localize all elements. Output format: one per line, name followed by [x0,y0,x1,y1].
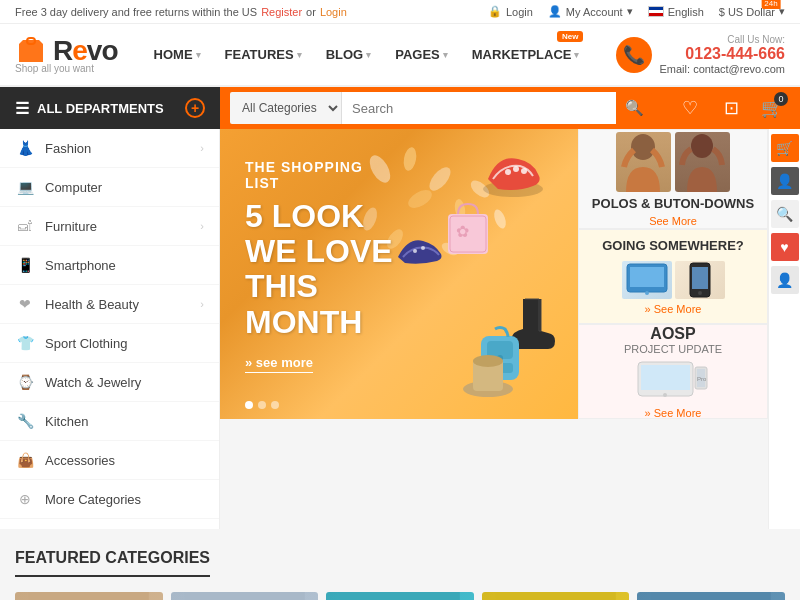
men-fashion-card-svg [637,592,785,600]
sidebar-item-watch-jewelry[interactable]: ⌚ Watch & Jewelry [0,363,219,402]
svg-point-31 [645,291,649,295]
page-body: 👗 Fashion › 💻 Computer 🛋 Furniture › 📱 S… [0,129,800,529]
sidebar-item-fashion[interactable]: 👗 Fashion › [0,129,219,168]
hero-title: 5 LOOK WE LOVE THIS MONTH [245,199,395,340]
fr-user-icon[interactable]: 👤 [771,167,799,195]
flag-icon [648,6,664,17]
panel-going-title: GOING SOMEWHERE? [587,238,759,253]
svg-rect-48 [184,592,304,600]
all-departments-label: ALL DEPARTMENTS [37,101,164,116]
hero-banner: ✿ [220,129,578,419]
ipad-svg: Pro [633,359,713,399]
fr-cart-icon[interactable]: 🛒 [771,134,799,162]
person-silhouette-1 [616,132,671,192]
sidebar-watch-jewelry-label: Watch & Jewelry [45,375,141,390]
arrow-right-icon: › [200,298,204,310]
search-button[interactable]: 🔍 [616,92,652,124]
contact-info: 📞 24h Call Us Now: 0123-444-666 Email: c… [616,34,786,75]
sidebar-accessories-label: Accessories [45,453,115,468]
fr-heart-icon[interactable]: ♥ [771,233,799,261]
watch-jewelry-icon: ⌚ [15,372,35,392]
fr-person-icon[interactable]: 👤 [771,266,799,294]
compare-button[interactable]: ⊡ [713,90,749,126]
sidebar-health-beauty-label: Health & Beauty [45,297,139,312]
tablet-svg [622,261,672,299]
my-account-button[interactable]: 👤 My Account ▾ [548,5,633,18]
featured-card-text-design[interactable]: Air Flex [482,592,630,600]
featured-card-watches[interactable] [15,592,163,600]
svg-point-26 [473,355,503,367]
sidebar-computer-label: Computer [45,180,102,195]
sidebar-item-smartphone[interactable]: 📱 Smartphone [0,246,219,285]
text-design-card-svg: Air Flex [482,592,630,600]
right-panels: POLOS & BUTON-DOWNS See More GOING SOMEW… [578,129,768,529]
kitchen-icon: 🔧 [15,411,35,431]
plus-icon: + [185,98,205,118]
panel-polos-title: POLOS & BUTON-DOWNS [592,196,754,211]
panel-polos: POLOS & BUTON-DOWNS See More [578,129,768,229]
wishlist-button[interactable]: ♡ [672,90,708,126]
login-button[interactable]: 🔒 Login [488,5,533,18]
new-badge: New [557,31,583,42]
nav-blog[interactable]: BLOG ▾ [314,39,384,70]
accessories-icon: 👜 [15,450,35,470]
search-icon: 🔍 [625,99,644,117]
register-link[interactable]: Register [261,6,302,18]
sidebar-more-categories-label: More Categories [45,492,141,507]
language-selector[interactable]: English [648,6,704,18]
phone-icon: 📞 24h [616,37,652,73]
nav-features[interactable]: FEATURES ▾ [213,39,314,70]
logo[interactable]: Revo Shop all you want [15,35,118,74]
svg-rect-41 [29,592,149,600]
sidebar-item-health-beauty[interactable]: ❤ Health & Beauty › [0,285,219,324]
hero-subtitle: THE SHOPPING LIST [245,159,395,191]
sidebar-item-sport-clothing[interactable]: 👕 Sport Clothing [0,324,219,363]
panel-going-link[interactable]: » See More [587,303,759,315]
sidebar-item-accessories[interactable]: 👜 Accessories [0,441,219,480]
phone-image [675,261,725,299]
sidebar-item-computer[interactable]: 💻 Computer [0,168,219,207]
all-departments-button[interactable]: ☰ ALL DEPARTMENTS + [0,87,220,129]
svg-point-23 [421,246,425,250]
nav-home[interactable]: HOME ▾ [142,39,213,70]
panel-aosp-link[interactable]: » See More [587,407,759,419]
svg-rect-53 [496,592,616,600]
email-address: contact@revo.com [693,63,785,75]
fashion-woman-card-svg [326,592,474,600]
email-info: Email: contact@revo.com [660,63,786,75]
email-label: Email: [660,63,691,75]
featured-card-fashion-women[interactable] [326,592,474,600]
search-input[interactable] [342,92,616,124]
arrow-right-icon: › [200,142,204,154]
shoe-icon-svg [478,144,548,204]
far-right-panel: 🛒 👤 🔍 ♥ 👤 [768,129,800,529]
fr-search-icon[interactable]: 🔍 [771,200,799,228]
svg-text:✿: ✿ [456,223,469,240]
chevron-down-icon: ▾ [574,50,579,60]
person-1-image [616,132,671,192]
panel-aosp-title: AOSP [587,325,759,343]
sidebar-item-more-categories[interactable]: ⊕ More Categories [0,480,219,519]
nav-marketplace-label: MARKETPLACE [472,47,572,62]
hamburger-icon: ☰ [15,99,29,118]
nav-pages[interactable]: PAGES ▾ [383,39,460,70]
featured-card-men-fashion[interactable] [637,592,785,600]
svg-point-34 [698,291,702,295]
sidebar-item-furniture[interactable]: 🛋 Furniture › [0,207,219,246]
svg-rect-33 [692,267,708,289]
nav-marketplace[interactable]: New MARKETPLACE ▾ [460,39,592,70]
panel-going-images [587,261,759,299]
hero-row: ✿ [220,129,800,529]
panel-people [616,132,730,192]
panel-polos-link[interactable]: See More [649,215,697,227]
available-badge: 24h [761,0,780,9]
logo-tagline: Shop all you want [15,63,118,74]
category-select[interactable]: All Categories [230,92,342,124]
cart-button[interactable]: 🛒 0 [754,90,790,126]
main-nav: HOME ▾ FEATURES ▾ BLOG ▾ PAGES ▾ New MAR… [142,39,592,70]
sidebar-fashion-label: Fashion [45,141,91,156]
hero-cta-button[interactable]: » see more [245,355,313,373]
login-link[interactable]: Login [320,6,347,18]
featured-card-bags[interactable] [171,592,319,600]
sidebar-item-kitchen[interactable]: 🔧 Kitchen [0,402,219,441]
